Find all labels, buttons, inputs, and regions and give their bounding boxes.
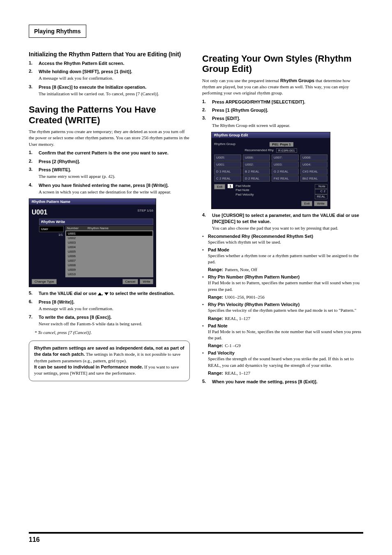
step-title: When you have made the setting, press [8… xyxy=(212,379,363,385)
step-title: Use [CURSOR] to select a parameter, and … xyxy=(212,212,363,224)
bullet-title: Rhy Ptn Number (Rhythm Pattern Number) xyxy=(208,274,363,279)
step-title: While holding down [SHIFT], press [1 (In… xyxy=(39,69,190,74)
step-body: The initialization will be carried out. … xyxy=(39,91,190,97)
bullet-item: • Pad Velocity Specifies the strength of… xyxy=(202,350,363,376)
step-number: 5. xyxy=(202,379,209,384)
create-steps-a: 1. Press ARPEGGIO/RHYTHM [SELECT/EDIT]. … xyxy=(202,99,363,129)
ss-group-label: Rhythm Group xyxy=(214,142,235,147)
left-column: Initializing the Rhythm Pattern that You… xyxy=(29,46,190,387)
step: 2. Press [2 (Rhythm)]. xyxy=(29,159,190,164)
ss-title: Rhythm Pattern Name xyxy=(29,199,156,205)
bullet-dot-icon: • xyxy=(202,247,205,252)
step: 4. Use [CURSOR] to select a parameter, a… xyxy=(202,212,363,231)
bullet-dot-icon: • xyxy=(202,234,205,239)
create-intro: Not only can you use the prepared intern… xyxy=(202,78,363,97)
bullet-title: Pad Mode xyxy=(208,247,363,252)
cancel-footnote: * To cancel, press [7 (Cancel)]. xyxy=(35,330,190,335)
step-number: 3. xyxy=(29,167,35,172)
ss-list-item: U009 xyxy=(66,267,152,272)
step-title: Press ARPEGGIO/RHYTHM [SELECT/EDIT]. xyxy=(212,99,363,105)
bullet-title: Rhy Ptn Velocity (Rhythm Pattern Velocit… xyxy=(208,302,363,307)
bullet-item: • Pad Note If Pad Mode is set to Note, s… xyxy=(202,323,363,349)
step-number: 3. xyxy=(202,115,209,120)
step-body: A screen in which you can select the des… xyxy=(39,189,190,195)
step: 2. Press [1 (Rhythm Group)]. xyxy=(202,107,363,113)
cancel-note-text: To cancel, press [7 (Cancel)]. xyxy=(38,330,92,335)
save-steps-a: 1. Confirm that the current Pattern is t… xyxy=(29,150,190,195)
bullet-body: If Pad Mode is set to Note, specifies th… xyxy=(208,329,363,341)
step-number: 1. xyxy=(29,60,35,65)
step-body: A message will ask you for confirmation. xyxy=(39,75,190,81)
bullet-body: Specifies the strength of the sound hear… xyxy=(208,356,363,368)
ss-param-pad-mode: Pad Mode xyxy=(235,184,312,188)
intro-strong: Rhythm Groups xyxy=(280,78,314,83)
ss-pad-cell: U003: xyxy=(272,161,299,168)
step-title: Press [WRITE]. xyxy=(39,167,190,173)
save-intro: The rhythm patterns you create are tempo… xyxy=(29,129,190,147)
heading-create: Creating Your Own Styles (Rhythm Group E… xyxy=(202,53,363,74)
step: 2. While holding down [SHIFT], press [1 … xyxy=(29,69,190,82)
ss-pad-cell: U007: xyxy=(272,154,299,161)
step-number: 6. xyxy=(29,299,35,304)
ss-list-item: U002 xyxy=(66,236,152,240)
ss-list-item: U008 xyxy=(66,263,152,267)
page-number: 116 xyxy=(29,536,40,543)
range-label: Range: xyxy=(208,343,223,348)
note-strong-2: It can be saved to individual in Perform… xyxy=(34,364,143,369)
ss-list-item: U003 xyxy=(66,240,152,245)
ss-val-real: REAL xyxy=(315,194,327,199)
ss-pad-cell: F#2 REAL xyxy=(272,175,299,182)
ss-rec-value: R:03Rt:001 xyxy=(276,148,297,153)
ss-title: Rhythm Group Edit xyxy=(212,132,330,138)
step-title: Press [EDIT]. xyxy=(212,115,363,121)
step-number: 5. xyxy=(29,290,35,295)
range-value: Pattern, Note, Off xyxy=(225,267,257,272)
step: 6. Press [8 (Write)]. A message will ask… xyxy=(29,299,190,312)
screenshot-rhythm-group-edit: Rhythm Group Edit Rhythm Group P01: Pops… xyxy=(211,132,330,209)
step-body: The name entry screen will appear (p. 42… xyxy=(39,173,190,180)
ss-btn-exit-left: Exit xyxy=(214,184,225,189)
step: 3. Press [EDIT]. The Rhythm Group edit s… xyxy=(202,115,363,129)
step-title: Access the Rhythm Pattern Edit screen. xyxy=(39,60,190,66)
bullet-item: • Pad Mode Specifies whether a rhythm to… xyxy=(202,247,363,273)
step: 1. Access the Rhythm Pattern Edit screen… xyxy=(29,60,190,66)
range-label: Range: xyxy=(208,371,223,375)
bullet-dot-icon: • xyxy=(202,350,205,355)
step-title: When you have finished entering the name… xyxy=(39,182,190,188)
ss-pad-cell: C#3 REAL xyxy=(300,168,327,175)
ss-pad-cell: U005: xyxy=(214,154,241,161)
step: 5. When you have made the setting, press… xyxy=(202,379,363,385)
ss-list-item: U010 xyxy=(66,272,152,276)
right-column: Creating Your Own Styles (Rhythm Group E… xyxy=(202,46,363,387)
ss-pad-cell: C 2 REAL xyxy=(214,175,241,182)
step-body: Never switch off the Fantom-S while data… xyxy=(39,321,190,327)
ss-pad-cell: U008: xyxy=(300,154,327,161)
bullet-body: Specifies the velocity of the rhythm pat… xyxy=(208,307,363,313)
ss-col-number: Number xyxy=(65,226,86,230)
bullet-item: • Recommended Rhy (Recommended Rhythm Se… xyxy=(202,234,363,245)
step: 3. Press [WRITE]. The name entry screen … xyxy=(29,167,190,180)
bullet-title: Recommended Rhy (Recommended Rhythm Set) xyxy=(208,234,363,239)
step-number: 2. xyxy=(29,69,35,74)
step-number: 4. xyxy=(202,212,209,217)
step-title: Confirm that the current Pattern is the … xyxy=(39,150,190,156)
bullet-dot-icon: • xyxy=(202,302,205,307)
section-header-box: Playing Rhythms xyxy=(29,25,86,38)
note-box: Rhythm pattern settings are saved as ind… xyxy=(29,341,190,381)
ss-pad-cell: B 2 REAL xyxy=(243,168,270,175)
range-value: C-1 –G9 xyxy=(225,343,240,348)
bullet-item: • Rhy Ptn Number (Rhythm Pattern Number)… xyxy=(202,274,363,300)
ss-pad-cell: U006: xyxy=(243,154,270,161)
bullet-dot-icon: • xyxy=(202,274,205,279)
ss-val-c2: C 2 xyxy=(315,189,327,194)
step-body: The Rhythm Group edit screen will appear… xyxy=(212,122,363,129)
range-label: Range: xyxy=(208,316,223,321)
step-number: 4. xyxy=(29,182,35,187)
step: 7. To write the data, press [8 (Exec)]. … xyxy=(29,314,190,327)
range-label: Range: xyxy=(208,267,223,272)
ss-pad-cell: G 2 REAL xyxy=(272,168,299,175)
step-number: 7. xyxy=(29,314,35,319)
step-title: To write the data, press [8 (Exec)]. xyxy=(39,314,190,320)
step: 1. Confirm that the current Pattern is t… xyxy=(29,150,190,156)
ss-pad-cell: U002: xyxy=(243,161,270,168)
